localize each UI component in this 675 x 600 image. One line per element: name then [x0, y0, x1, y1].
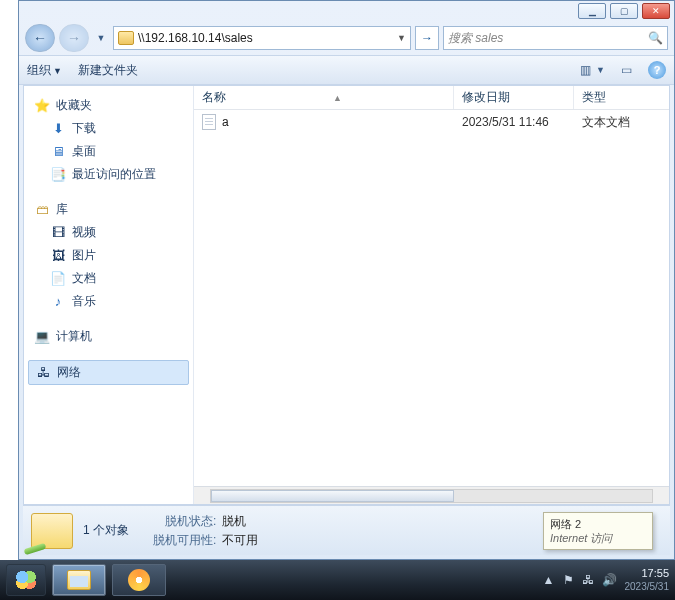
explorer-icon [67, 570, 91, 590]
system-tray: ▲ ⚑ 🖧 🔊 17:55 2023/5/31 [543, 567, 669, 593]
content-area: ⭐收藏夹 ⬇下载 🖥桌面 📑最近访问的位置 🗃库 🎞视频 🖼图片 📄文档 ♪音乐… [23, 85, 670, 505]
address-dropdown-icon[interactable]: ▼ [397, 33, 406, 43]
taskbar: ▲ ⚑ 🖧 🔊 17:55 2023/5/31 [0, 560, 675, 600]
libraries-icon: 🗃 [34, 202, 50, 218]
organize-button[interactable]: 组织▼ [27, 62, 62, 79]
sidebar-item-computer[interactable]: 💻计算机 [28, 325, 189, 348]
details-count: 1 个对象 [83, 522, 143, 539]
videos-icon: 🎞 [50, 225, 66, 241]
sidebar-item-pictures[interactable]: 🖼图片 [28, 244, 189, 267]
search-placeholder: 搜索 sales [448, 30, 503, 47]
favorites-header[interactable]: ⭐收藏夹 [28, 94, 189, 117]
start-button[interactable] [6, 564, 46, 596]
details-grid: 脱机状态: 脱机 脱机可用性: 不可用 [153, 513, 258, 549]
col-name[interactable]: 名称▲ [194, 86, 454, 109]
back-button[interactable]: ← [25, 24, 55, 52]
tooltip-line2: Internet 访问 [550, 531, 646, 545]
file-row[interactable]: a 2023/5/31 11:46 文本文档 [194, 110, 669, 134]
toolbar: 组织▼ 新建文件夹 ▥ ▼ ▭ ? [19, 55, 674, 85]
file-date: 2023/5/31 11:46 [454, 110, 574, 134]
recent-icon: 📑 [50, 167, 66, 183]
clock[interactable]: 17:55 2023/5/31 [625, 567, 670, 593]
tray-chevron-icon[interactable]: ▲ [543, 573, 555, 587]
sidebar-item-videos[interactable]: 🎞视频 [28, 221, 189, 244]
wmp-icon [128, 569, 150, 591]
offline-status-label: 脱机状态: [153, 513, 216, 530]
search-input[interactable]: 搜索 sales 🔍 [443, 26, 668, 50]
taskbar-app-explorer[interactable] [52, 564, 106, 596]
desktop-icon: 🖥 [50, 144, 66, 160]
explorer-window: ▁ ▢ ✕ ← → ▼ \\192.168.10.14\sales ▼ → 搜索… [18, 0, 675, 560]
pictures-icon: 🖼 [50, 248, 66, 264]
search-icon: 🔍 [648, 31, 663, 45]
file-type: 文本文档 [574, 110, 669, 134]
tray-network-icon[interactable]: 🖧 [582, 573, 594, 587]
forward-button[interactable]: → [59, 24, 89, 52]
details-folder-icon [31, 513, 73, 549]
network-tooltip: 网络 2 Internet 访问 [543, 512, 653, 550]
address-path: \\192.168.10.14\sales [138, 31, 253, 45]
minimize-button[interactable]: ▁ [578, 3, 606, 19]
scroll-thumb[interactable] [211, 490, 454, 502]
computer-icon: 💻 [34, 329, 50, 345]
file-name: a [222, 115, 229, 129]
offline-status-value: 脱机 [222, 513, 258, 530]
tray-volume-icon[interactable]: 🔊 [602, 573, 617, 587]
star-icon: ⭐ [34, 98, 50, 114]
navigation-pane: ⭐收藏夹 ⬇下载 🖥桌面 📑最近访问的位置 🗃库 🎞视频 🖼图片 📄文档 ♪音乐… [24, 86, 194, 504]
preview-pane-button[interactable]: ▭ [621, 63, 632, 77]
libraries-header[interactable]: 🗃库 [28, 198, 189, 221]
scroll-track[interactable] [210, 489, 653, 503]
clock-time: 17:55 [625, 567, 670, 580]
offline-avail-value: 不可用 [222, 532, 258, 549]
folder-icon [118, 31, 134, 45]
rows-area[interactable]: a 2023/5/31 11:46 文本文档 [194, 110, 669, 486]
new-folder-button[interactable]: 新建文件夹 [78, 62, 138, 79]
maximize-button[interactable]: ▢ [610, 3, 638, 19]
file-list: 名称▲ 修改日期 类型 a 2023/5/31 11:46 文本文档 [194, 86, 669, 504]
address-bar-row: ← → ▼ \\192.168.10.14\sales ▼ → 搜索 sales… [19, 21, 674, 55]
sidebar-item-network[interactable]: 🖧网络 [28, 360, 189, 385]
col-type[interactable]: 类型 [574, 86, 669, 109]
clock-date: 2023/5/31 [625, 580, 670, 593]
sidebar-item-desktop[interactable]: 🖥桌面 [28, 140, 189, 163]
sidebar-item-documents[interactable]: 📄文档 [28, 267, 189, 290]
taskbar-app-mediaplayer[interactable] [112, 564, 166, 596]
sidebar-item-downloads[interactable]: ⬇下载 [28, 117, 189, 140]
sidebar-item-music[interactable]: ♪音乐 [28, 290, 189, 313]
tooltip-line1: 网络 2 [550, 517, 646, 531]
text-file-icon [202, 114, 216, 130]
column-headers: 名称▲ 修改日期 类型 [194, 86, 669, 110]
horizontal-scrollbar[interactable] [194, 486, 669, 504]
offline-avail-label: 脱机可用性: [153, 532, 216, 549]
titlebar: ▁ ▢ ✕ [19, 1, 674, 21]
tray-flag-icon[interactable]: ⚑ [563, 573, 574, 587]
documents-icon: 📄 [50, 271, 66, 287]
music-icon: ♪ [50, 294, 66, 310]
help-button[interactable]: ? [648, 61, 666, 79]
network-icon: 🖧 [35, 365, 51, 381]
view-mode-button[interactable]: ▥ ▼ [580, 63, 605, 77]
col-date[interactable]: 修改日期 [454, 86, 574, 109]
address-bar[interactable]: \\192.168.10.14\sales ▼ [113, 26, 411, 50]
nav-history-dropdown[interactable]: ▼ [93, 24, 109, 52]
close-button[interactable]: ✕ [642, 3, 670, 19]
refresh-button[interactable]: → [415, 26, 439, 50]
sidebar-item-recent[interactable]: 📑最近访问的位置 [28, 163, 189, 186]
downloads-icon: ⬇ [50, 121, 66, 137]
